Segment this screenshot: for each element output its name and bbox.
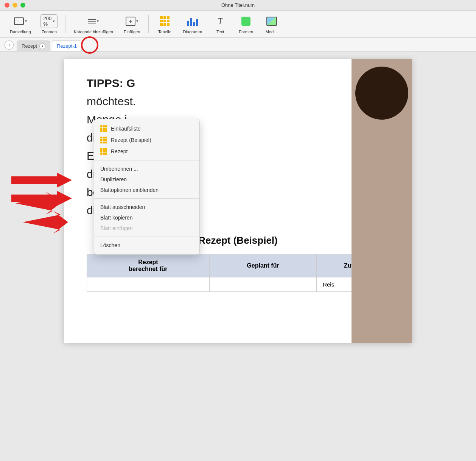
sheet-tab-rezept-label: Rezept xyxy=(22,43,37,49)
medien-icon xyxy=(265,14,278,28)
sheet-tab-rezept1-label: Rezept-1 xyxy=(57,43,77,49)
red-arrow-1 xyxy=(11,173,72,189)
context-separator-1 xyxy=(94,160,199,160)
context-menu-actions-2: Blatt ausschneiden Blatt kopieren Blatt … xyxy=(94,200,199,235)
diagramm-label: Diagramm xyxy=(183,30,202,34)
sheet-tab-rezept1[interactable]: Rezept-1 xyxy=(52,40,82,51)
tabelle-button[interactable]: Tabelle xyxy=(153,12,176,36)
add-sheet-button[interactable]: + xyxy=(5,40,14,50)
zoom-button[interactable]: 200 % ▾ Zoomen xyxy=(38,12,61,36)
table-cell-1 xyxy=(87,277,210,292)
context-separator-3 xyxy=(94,237,199,237)
red-arrow-2 xyxy=(11,191,72,207)
close-button[interactable] xyxy=(5,3,9,8)
context-menu-sheets: Einkaufsliste Rezept (Beispiel) xyxy=(94,121,199,159)
context-menu-umbenennen-label: Umbenennen ... xyxy=(100,166,138,172)
maximize-button[interactable] xyxy=(20,3,25,8)
sheet-tab-rezept[interactable]: Rezept ▾ xyxy=(17,40,50,51)
formen-button[interactable]: Formen xyxy=(235,12,257,36)
darstellung-label: Darstellung xyxy=(10,30,31,34)
sheet-icon-2 xyxy=(100,137,107,143)
context-menu-rezept-beispiel[interactable]: Rezept (Beispiel) xyxy=(94,134,199,146)
tabelle-label: Tabelle xyxy=(158,30,171,34)
portrait-image xyxy=(355,67,408,120)
sheet-icon-1 xyxy=(100,125,107,132)
window-title: Ohne Titel.num xyxy=(221,2,255,8)
title-text: Ohne Titel.num xyxy=(221,2,255,8)
context-menu-blattoptionen[interactable]: Blattoptionen einblenden xyxy=(94,185,199,195)
diagramm-button[interactable]: Diagramm xyxy=(179,12,206,36)
context-menu-duplizieren-label: Duplizieren xyxy=(100,176,127,182)
svg-marker-3 xyxy=(11,191,72,206)
context-menu-duplizieren[interactable]: Duplizieren xyxy=(94,174,199,185)
content-area: TIPPS: G möchtest.n und die benötigte Me… xyxy=(0,51,476,461)
toolbar-divider-1 xyxy=(65,15,65,33)
svg-marker-0 xyxy=(15,192,61,215)
context-menu-loeschen[interactable]: Löschen xyxy=(94,240,199,251)
darstellung-icon: ▾ xyxy=(14,14,27,28)
context-menu-einfuegen-label: Blatt einfügen xyxy=(100,225,133,231)
toolbar: ▾ Darstellung 200 % ▾ Zoomen xyxy=(0,11,476,38)
context-menu: Einkaufsliste Rezept (Beispiel) xyxy=(94,119,200,255)
medien-label: Medi... xyxy=(266,30,278,34)
sheet-tabs-bar: + Rezept ▾ Rezept-1 xyxy=(0,38,476,51)
diagramm-icon xyxy=(186,14,199,28)
context-menu-rezept-label: Rezept xyxy=(111,148,128,154)
image-area xyxy=(352,59,412,343)
einfuegen-button[interactable]: + ▾ Einfügen xyxy=(120,12,144,36)
table-header-1: Rezeptberechnet für xyxy=(87,254,210,277)
tipps-line-1: TIPPS: G xyxy=(87,74,382,92)
einfuegen-label: Einfügen xyxy=(124,30,140,34)
context-menu-umbenennen[interactable]: Umbenennen ... xyxy=(94,164,199,174)
window-controls xyxy=(5,3,25,8)
kategorie-button[interactable]: ▾ Kategorie hinzufügen xyxy=(70,12,117,36)
context-separator-2 xyxy=(94,198,199,199)
darstellung-button[interactable]: ▾ Darstellung xyxy=(6,12,35,36)
minimize-button[interactable] xyxy=(12,3,17,8)
tipps-line-2: möchtest.n und die benötigte xyxy=(87,92,382,111)
context-menu-einkaufsliste[interactable]: Einkaufsliste xyxy=(94,123,199,134)
context-menu-actions-1: Umbenennen ... Duplizieren Blattoptionen… xyxy=(94,162,199,197)
context-menu-actions-3: Löschen xyxy=(94,238,199,252)
sheet-tab-dropdown-button[interactable]: ▾ xyxy=(39,43,45,49)
kategorie-label: Kategorie hinzufügen xyxy=(74,30,113,34)
zoom-icon: 200 % ▾ xyxy=(42,14,56,28)
table-header-2: Geplant für xyxy=(209,254,316,277)
text-icon: T xyxy=(213,14,227,28)
table-cell-2 xyxy=(209,277,316,292)
medien-button[interactable]: Medi... xyxy=(260,12,283,36)
context-menu-blattoptionen-label: Blattoptionen einblenden xyxy=(100,187,159,193)
zoom-value: 200 % xyxy=(43,16,51,27)
svg-marker-1 xyxy=(23,211,68,234)
tabelle-icon xyxy=(158,14,171,28)
zoom-label: Zoomen xyxy=(42,30,57,34)
context-menu-kopieren[interactable]: Blatt kopieren xyxy=(94,212,199,223)
context-menu-loeschen-label: Löschen xyxy=(100,242,120,248)
sheet-icon-3 xyxy=(100,148,107,155)
table-row: Reis xyxy=(87,277,389,292)
title-bar: Ohne Titel.num xyxy=(0,0,476,11)
toolbar-divider-2 xyxy=(148,15,149,33)
context-menu-rezept-beispiel-label: Rezept (Beispiel) xyxy=(111,137,151,143)
context-menu-kopieren-label: Blatt kopieren xyxy=(100,215,133,221)
formen-icon xyxy=(239,14,253,28)
text-label: Text xyxy=(216,30,224,34)
context-menu-einkaufsliste-label: Einkaufsliste xyxy=(111,126,141,132)
text-button[interactable]: T Text xyxy=(209,12,232,36)
svg-marker-2 xyxy=(11,173,72,188)
kategorie-icon: ▾ xyxy=(87,14,100,28)
app-window: Ohne Titel.num ▾ Darstellung 200 % ▾ Zoo… xyxy=(0,0,476,461)
formen-label: Formen xyxy=(239,30,253,34)
context-menu-ausschneiden[interactable]: Blatt ausschneiden xyxy=(94,202,199,212)
einfuegen-icon: + ▾ xyxy=(125,14,139,28)
recipe-table: Rezeptberechnet für Geplant für Zuta... … xyxy=(87,254,389,292)
context-menu-einfuegen[interactable]: Blatt einfügen xyxy=(94,223,199,234)
context-menu-rezept[interactable]: Rezept xyxy=(94,146,199,157)
context-menu-ausschneiden-label: Blatt ausschneiden xyxy=(100,204,145,210)
